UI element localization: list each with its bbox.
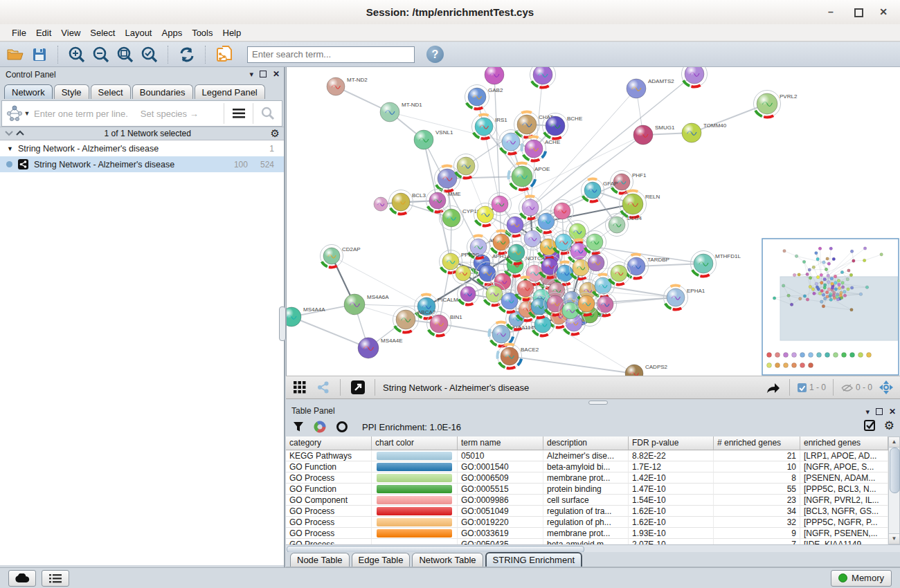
zoom-selected-button[interactable]	[140, 45, 159, 64]
column-header-fdr-p-value[interactable]: FDR p-value	[629, 437, 714, 450]
node[interactable]	[551, 200, 574, 223]
menu-item-apps[interactable]: Apps	[157, 24, 188, 42]
refresh-button[interactable]	[177, 45, 197, 64]
string-logo-dropdown[interactable]: ▼	[2, 105, 34, 122]
close-panel-icon[interactable]: ✕	[273, 69, 280, 79]
node-epha1[interactable]: EPHA1	[664, 285, 705, 309]
filter-icon[interactable]	[293, 421, 304, 432]
cloud-button[interactable]	[8, 570, 36, 587]
node[interactable]	[585, 252, 608, 275]
birdseye-toggle-button[interactable]	[876, 378, 896, 397]
tree-expand-icon[interactable]: ▼	[7, 145, 13, 152]
column-header-chart-color[interactable]: chart color	[372, 437, 458, 450]
table-row[interactable]: GO FunctionGO:0001540beta-amyloid bi...1…	[286, 461, 888, 472]
column-header-enriched-genes[interactable]: enriched genes	[800, 437, 888, 450]
close-panel-icon[interactable]: ✕	[889, 407, 896, 416]
network-from-clipboard-button[interactable]	[215, 45, 234, 64]
table-row[interactable]: GO ComponentGO:0009986cell surface1.54E-…	[286, 495, 888, 506]
tab-style[interactable]: Style	[54, 84, 89, 99]
menu-item-tools[interactable]: Tools	[187, 24, 217, 42]
menu-item-view[interactable]: View	[56, 24, 85, 42]
tab-boundaries[interactable]: Boundaries	[132, 84, 193, 99]
ring-chart-icon[interactable]	[336, 421, 348, 433]
set-species-label[interactable]: Set species →	[141, 109, 224, 119]
zoom-fit-button[interactable]	[116, 45, 135, 64]
tab-edge-table[interactable]: Edge Table	[352, 553, 411, 567]
scroll-down-arrow[interactable]: ▼	[889, 533, 899, 544]
tab-legend-panel[interactable]: Legend Panel	[195, 84, 265, 99]
table-row[interactable]: KEGG Pathways05010Alzheimer's dise...8.8…	[286, 450, 888, 461]
menu-item-file[interactable]: File	[7, 24, 31, 42]
node[interactable]	[458, 284, 479, 305]
node[interactable]	[505, 241, 528, 264]
node[interactable]	[498, 290, 521, 313]
string-query-placeholder[interactable]: Enter one term per line.	[34, 109, 128, 119]
node-tomm40[interactable]: TOMM40	[682, 122, 727, 143]
gear-icon[interactable]: ⚙	[884, 419, 894, 433]
export-network-button[interactable]	[763, 378, 782, 397]
node[interactable]	[454, 154, 478, 178]
scroll-up-arrow[interactable]: ▲	[889, 437, 899, 448]
horizontal-scrollbar[interactable]	[286, 544, 900, 552]
node-cadps2[interactable]: CADPS2	[625, 364, 668, 376]
node-vsnl1[interactable]: VSNL1	[414, 129, 453, 149]
table-body[interactable]: KEGG Pathways05010Alzheimer's dise...8.8…	[286, 450, 888, 544]
maximize-button[interactable]	[845, 0, 872, 24]
node-pvrl2[interactable]: PVRL2	[754, 91, 798, 118]
zoom-in-button[interactable]	[67, 45, 87, 64]
node[interactable]	[374, 197, 388, 211]
node-gab2[interactable]: GAB2	[465, 85, 503, 109]
task-list-button[interactable]	[42, 570, 69, 587]
node[interactable]	[608, 262, 631, 285]
node-ms4a6a[interactable]: MS4A6A	[344, 294, 389, 315]
graphics-details-button[interactable]	[314, 378, 333, 397]
tab-network-table[interactable]: Network Table	[412, 553, 483, 567]
donut-chart-icon[interactable]	[314, 421, 326, 433]
table-row[interactable]: GO ProcessGO:0019220regulation of ph...1…	[286, 517, 888, 528]
menu-item-edit[interactable]: Edit	[31, 24, 56, 42]
node[interactable]	[592, 274, 615, 297]
column-header-term-name[interactable]: term name	[458, 437, 543, 450]
memory-button[interactable]: Memory	[831, 570, 892, 587]
tab-select[interactable]: Select	[91, 84, 131, 99]
node-bace2[interactable]: BACE2	[498, 344, 539, 368]
menu-item-select[interactable]: Select	[85, 24, 120, 42]
float-panel-icon[interactable]	[260, 71, 267, 77]
node-ms4a4e[interactable]: MS4A4E	[358, 338, 403, 358]
node[interactable]	[682, 67, 708, 87]
column-header-category[interactable]: category	[286, 437, 372, 450]
panel-menu-icon[interactable]: ▾	[249, 70, 253, 79]
help-button[interactable]: ?	[426, 46, 444, 63]
scrollbar-thumb[interactable]	[890, 448, 900, 493]
string-options-button[interactable]	[225, 109, 253, 118]
gear-icon[interactable]: ⚙	[271, 127, 280, 140]
minimize-button[interactable]: –	[817, 0, 845, 24]
node[interactable]	[485, 67, 504, 84]
node[interactable]	[453, 263, 474, 284]
select-all-checkbox-icon[interactable]	[864, 420, 876, 432]
table-row[interactable]: GO ProcessGO:0050435beta-amyloid m...2.0…	[286, 539, 888, 544]
column-header-description[interactable]: description	[543, 437, 629, 450]
zoom-out-button[interactable]	[91, 45, 111, 64]
search-input[interactable]	[247, 46, 415, 63]
table-row[interactable]: GO ProcessGO:0033619membrane prot...1.93…	[286, 528, 888, 539]
network-collection-row[interactable]: ▼ String Network - Alzheimer's disease 1	[0, 140, 284, 156]
node[interactable]	[499, 130, 523, 154]
node-mthfd1l[interactable]: MTHFD1L	[691, 251, 741, 277]
close-button[interactable]: ✕	[870, 0, 897, 24]
open-in-new-window-button[interactable]	[348, 378, 368, 397]
network-graph[interactable]: MT-ND2MT-ND1VSNL1GAB2IRS1CHATBCHEACHEAPO…	[287, 67, 900, 376]
node[interactable]	[575, 293, 598, 315]
network-row-selected[interactable]: String Network - Alzheimer's disease 100…	[0, 156, 284, 172]
tab-network[interactable]: Network	[4, 84, 53, 99]
open-session-button[interactable]	[6, 45, 25, 64]
enrichment-table[interactable]: categorychart colorterm namedescriptionF…	[286, 437, 888, 544]
table-row[interactable]: GO FunctionGO:0005515protein binding1.47…	[286, 484, 888, 495]
menu-item-layout[interactable]: Layout	[120, 24, 156, 42]
horizontal-divider[interactable]	[286, 399, 900, 405]
node-cd2ap[interactable]: CD2AP	[321, 245, 361, 268]
panel-menu-icon[interactable]: ▾	[865, 407, 870, 416]
column-header--enriched-genes[interactable]: # enriched genes	[714, 437, 800, 450]
save-session-button[interactable]	[30, 45, 49, 64]
node[interactable]	[530, 67, 556, 88]
